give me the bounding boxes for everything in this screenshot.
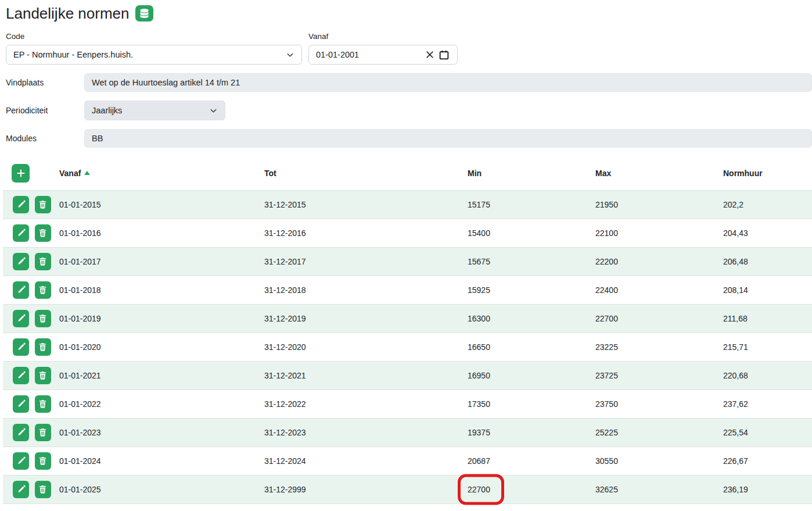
cell-max: 25225 <box>595 418 723 446</box>
pencil-icon <box>17 428 26 437</box>
cell-vanaf: 01-01-2015 <box>59 190 264 219</box>
pencil-icon <box>17 314 26 323</box>
cell-normhuur: 208,14 <box>723 276 812 304</box>
clear-date-icon[interactable] <box>423 48 436 61</box>
cell-normhuur: 206,48 <box>723 247 812 276</box>
delete-row-button[interactable] <box>35 281 51 299</box>
trash-icon <box>38 314 47 323</box>
vindplaats-label: Vindplaats <box>6 78 84 87</box>
cell-normhuur: 215,71 <box>723 333 812 361</box>
edit-row-button[interactable] <box>13 338 29 356</box>
code-label: Code <box>6 32 302 41</box>
trash-icon <box>38 428 47 437</box>
vindplaats-row: Vindplaats Wet op de Huurtoeslag artikel… <box>6 73 812 92</box>
trash-icon <box>38 342 47 351</box>
cell-tot: 31-12-2017 <box>264 247 468 276</box>
edit-row-button[interactable] <box>13 253 29 270</box>
edit-row-button[interactable] <box>13 452 29 470</box>
cell-vanaf: 01-01-2021 <box>59 361 264 389</box>
cell-min: 22700 <box>468 475 595 503</box>
periodiciteit-select[interactable]: Jaarlijks <box>84 101 225 120</box>
delete-row-button[interactable] <box>35 452 51 470</box>
trash-icon <box>38 285 47 294</box>
delete-row-button[interactable] <box>35 224 51 242</box>
column-header-vanaf[interactable]: Vanaf <box>59 156 264 190</box>
cell-min: 15675 <box>468 247 595 276</box>
cell-max: 32625 <box>595 475 723 503</box>
pencil-icon <box>17 285 26 294</box>
column-header-max[interactable]: Max <box>595 156 723 190</box>
cell-min: 15400 <box>468 219 595 247</box>
table-body: 01-01-2015 31-12-2015 15175 21950 202,2 … <box>3 190 812 503</box>
cell-normhuur: 202,2 <box>723 190 812 219</box>
table-row: 01-01-2025 31-12-2999 22700 32625 236,19 <box>3 475 812 503</box>
sort-ascending-icon <box>84 171 90 175</box>
trash-icon <box>38 456 47 465</box>
cell-max: 22700 <box>595 304 723 333</box>
modules-field[interactable]: BB <box>84 129 812 148</box>
edit-row-button[interactable] <box>13 481 29 498</box>
vanaf-date-input[interactable]: 01-01-2001 <box>308 45 458 65</box>
cell-min: 16300 <box>468 304 595 333</box>
annotation-highlight: 22700 <box>468 485 490 494</box>
delete-row-button[interactable] <box>35 338 51 356</box>
calendar-icon[interactable] <box>437 48 450 61</box>
table-row: 01-01-2019 31-12-2019 16300 22700 211,68 <box>3 304 812 333</box>
edit-row-button[interactable] <box>13 224 29 242</box>
delete-row-button[interactable] <box>35 196 51 213</box>
database-button[interactable] <box>135 5 153 22</box>
code-select-value: EP - Normhuur - Eenpers.huish. <box>13 50 286 59</box>
edit-row-button[interactable] <box>13 281 29 299</box>
trash-icon <box>38 399 47 408</box>
edit-row-button[interactable] <box>13 424 29 441</box>
cell-vanaf: 01-01-2018 <box>59 276 264 304</box>
cell-normhuur: 226,67 <box>723 446 812 475</box>
plus-icon <box>16 169 26 178</box>
cell-vanaf: 01-01-2019 <box>59 304 264 333</box>
delete-row-button[interactable] <box>35 424 51 441</box>
add-row-button[interactable] <box>12 164 30 183</box>
cell-max: 22400 <box>595 276 723 304</box>
pencil-icon <box>17 228 26 237</box>
delete-row-button[interactable] <box>35 253 51 270</box>
page-title: Landelijke normen <box>6 5 129 22</box>
edit-row-button[interactable] <box>13 310 29 327</box>
cell-tot: 31-12-2015 <box>264 190 468 219</box>
cell-max: 21950 <box>595 190 723 219</box>
cell-vanaf: 01-01-2024 <box>59 446 264 475</box>
trash-icon <box>38 485 47 494</box>
cell-max: 22100 <box>595 219 723 247</box>
edit-row-button[interactable] <box>13 395 29 413</box>
column-header-normhuur[interactable]: Normhuur <box>723 156 812 190</box>
cell-normhuur: 237,62 <box>723 389 812 418</box>
vindplaats-field[interactable]: Wet op de Huurtoeslag artikel 14 t/m 21 <box>84 73 812 92</box>
column-header-min[interactable]: Min <box>468 156 595 190</box>
column-header-tot[interactable]: Tot <box>264 156 468 190</box>
delete-row-button[interactable] <box>35 481 51 498</box>
cell-tot: 31-12-2016 <box>264 219 468 247</box>
cell-vanaf: 01-01-2020 <box>59 333 264 361</box>
cell-max: 30550 <box>595 446 723 475</box>
cell-normhuur: 220,68 <box>723 361 812 389</box>
table-row: 01-01-2017 31-12-2017 15675 22200 206,48 <box>3 247 812 276</box>
modules-label: Modules <box>6 134 84 143</box>
modules-value: BB <box>92 134 103 143</box>
edit-row-button[interactable] <box>13 196 29 213</box>
table-row: 01-01-2021 31-12-2021 16950 23725 220,68 <box>3 361 812 389</box>
cell-max: 23725 <box>595 361 723 389</box>
filter-row: Code EP - Normhuur - Eenpers.huish. Vana… <box>6 32 812 65</box>
code-select[interactable]: EP - Normhuur - Eenpers.huish. <box>6 45 302 65</box>
pencil-icon <box>17 200 26 209</box>
edit-row-button[interactable] <box>13 367 29 384</box>
delete-row-button[interactable] <box>35 367 51 384</box>
cell-min: 19375 <box>468 418 595 446</box>
delete-row-button[interactable] <box>35 310 51 327</box>
cell-vanaf: 01-01-2023 <box>59 418 264 446</box>
cell-normhuur: 211,68 <box>723 304 812 333</box>
cell-vanaf: 01-01-2016 <box>59 219 264 247</box>
cell-vanaf: 01-01-2022 <box>59 389 264 418</box>
cell-min: 15925 <box>468 276 595 304</box>
pencil-icon <box>17 399 26 408</box>
delete-row-button[interactable] <box>35 395 51 413</box>
table-row: 01-01-2020 31-12-2020 16650 23225 215,71 <box>3 333 812 361</box>
